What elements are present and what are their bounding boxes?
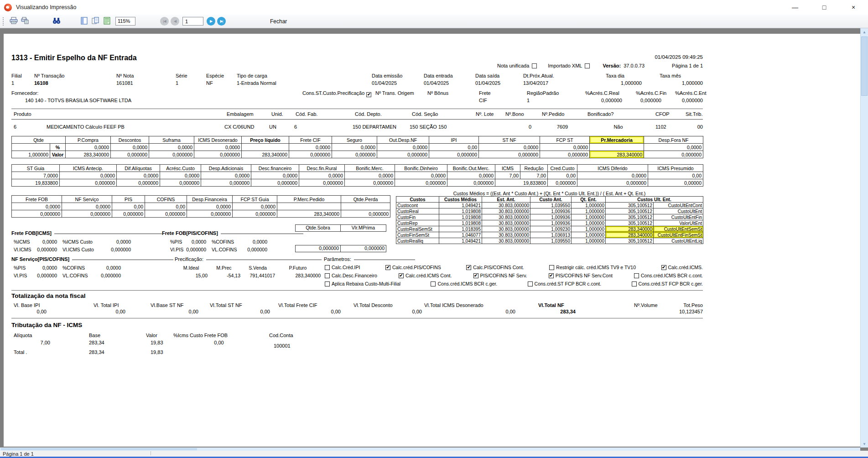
field-label: RegiãoPadrão bbox=[527, 90, 585, 96]
checkbox-label: Calc.Créd.IPI bbox=[332, 265, 360, 270]
column-header: NF Serviço bbox=[62, 196, 112, 203]
first-page-button[interactable]: |◀ bbox=[160, 17, 169, 26]
field-label: Série bbox=[176, 73, 206, 78]
table-cell: 0,0000 bbox=[117, 172, 160, 179]
table-cell bbox=[277, 203, 341, 210]
table-cell bbox=[341, 203, 390, 210]
minimize-button[interactable]: — bbox=[780, 0, 810, 15]
close-preview-button[interactable]: Fechar bbox=[270, 18, 287, 25]
field-label: Vl.PIS bbox=[162, 247, 186, 252]
report-content: 1313 - Emitir Espelho da NF Entrada 01/0… bbox=[11, 34, 703, 447]
checkbox-label: Cons.créd.ICMS BCR c.cont. bbox=[641, 273, 703, 278]
supplier-value: 140 140 - TOTVS BRASILIA SOFTWARE LTDA bbox=[11, 98, 294, 103]
importado-xml-checkbox bbox=[585, 63, 590, 68]
table-cell: 1,009230 bbox=[530, 226, 572, 232]
page-number-input[interactable] bbox=[182, 17, 203, 26]
single-page-view-button[interactable] bbox=[78, 16, 90, 27]
field-value: 0,00 bbox=[422, 309, 536, 314]
field-label: %COFINS bbox=[57, 265, 93, 271]
field-value: CIF bbox=[479, 98, 527, 103]
table-cell: 0,000000 bbox=[540, 151, 590, 158]
field: Vl.Total Desconto0,00 bbox=[351, 302, 422, 314]
checkbox-icon bbox=[325, 281, 330, 286]
field-value: 15,00 bbox=[175, 273, 208, 278]
next-page-button[interactable]: ▶ bbox=[207, 17, 215, 26]
column-header: Out.Desp.NF bbox=[377, 136, 429, 144]
column-header: Redução bbox=[520, 165, 548, 172]
zoom-select[interactable]: 115% bbox=[115, 17, 135, 26]
column-header: Acrésc.Custo bbox=[160, 165, 201, 172]
tax-values-row: 7,00 283,34 19,83 0,00 100001 bbox=[11, 340, 331, 349]
field-label: Vl.Base ST NF bbox=[148, 302, 208, 308]
parametros-section: Parâmetros: bbox=[324, 256, 415, 262]
column-header: Pr.Mercadoria bbox=[590, 136, 644, 144]
field-value: 0,00 bbox=[351, 309, 422, 314]
scroll-up-icon[interactable]: ▲ bbox=[861, 28, 868, 36]
horizontal-scrollbar[interactable] bbox=[0, 448, 860, 451]
field-label: Nº Bônus bbox=[427, 90, 479, 96]
table-cell: 1,009936 bbox=[530, 214, 572, 220]
field: Vl.Total ICMS Desonerado0,00 bbox=[422, 302, 536, 314]
maximize-button[interactable]: □ bbox=[810, 0, 839, 15]
divider-line bbox=[11, 318, 703, 318]
text-view-icon bbox=[104, 17, 110, 26]
table-cell: 30.803,000000 bbox=[482, 208, 530, 214]
table-cell: 1,009936 bbox=[530, 220, 572, 226]
parameter-checkbox-item: ✔Calc.créd.PIS/COFINS bbox=[385, 265, 441, 270]
last-page-button[interactable]: ▶| bbox=[217, 17, 226, 26]
table-cell: CustoFinSemSt bbox=[396, 232, 439, 238]
field-value: 7,00 bbox=[11, 340, 87, 349]
scroll-down-icon[interactable]: ▼ bbox=[861, 440, 868, 448]
product-cell: 0 bbox=[503, 124, 540, 130]
field-label: %PIS bbox=[11, 265, 35, 271]
table-cell: 1,049421 bbox=[439, 203, 482, 208]
nf-servico-section: NF Serviço[PIS/COFINS] bbox=[11, 256, 173, 262]
table-cell: 305,100512 bbox=[606, 220, 654, 226]
product-cell: 7609 bbox=[540, 124, 585, 130]
close-button[interactable]: × bbox=[839, 0, 868, 15]
statusbar: Página 1 de 1 bbox=[0, 451, 868, 458]
column-header: Cód. Seção bbox=[410, 111, 473, 119]
table-cell: CustoRealliq bbox=[396, 238, 439, 244]
field-value: 1,000000 bbox=[642, 80, 703, 86]
print-button[interactable] bbox=[8, 16, 19, 27]
previous-page-button[interactable]: ◀ bbox=[171, 17, 179, 26]
frete-fob-icms-section: Frete FOB[ICMS] bbox=[11, 230, 162, 236]
checkbox-label: Restrigir cálc. créd.ICMS TV9 e TV10 bbox=[556, 265, 636, 270]
column-header: P.Merc.Pedido bbox=[277, 196, 341, 203]
costs-table: CustosCustos MédiosEst. Ant.Custo Ant.Qt… bbox=[396, 196, 703, 244]
vertical-scrollbar[interactable]: ▲ ▼ bbox=[860, 28, 868, 448]
data-grid: Frete FOBNF ServiçoPISCOFINSDesp.Finance… bbox=[11, 195, 390, 218]
text-view-button[interactable] bbox=[101, 16, 113, 27]
table-cell: 305,100512 bbox=[606, 203, 654, 208]
parameter-checkbox-item: Restrigir cálc. créd.ICMS TV9 e TV10 bbox=[549, 265, 636, 270]
column-header: Suframa bbox=[149, 136, 194, 144]
table-cell: Custocont bbox=[396, 203, 439, 208]
table-cell: 283,340000 bbox=[606, 232, 654, 238]
horizontal-scroll-thumb[interactable] bbox=[1, 448, 197, 450]
column-header: Nº.Bono bbox=[503, 111, 540, 119]
toolbar: 115% |◀ ◀ ▶ ▶| Fechar bbox=[0, 15, 868, 28]
column-header: Descontos bbox=[111, 136, 149, 144]
multi-page-view-button[interactable] bbox=[90, 16, 101, 27]
column-header: Frete FOB bbox=[12, 196, 62, 203]
find-button[interactable] bbox=[51, 16, 62, 27]
vertical-scroll-thumb[interactable] bbox=[861, 36, 868, 96]
product-cell: 6 bbox=[293, 124, 353, 130]
table-cell: 0,0000 bbox=[62, 203, 112, 210]
table-cell: 0,000000 bbox=[112, 210, 145, 218]
print-setup-button[interactable] bbox=[19, 16, 31, 27]
checkbox-label: Aplica Rebaixa Custo-Multi-Filial bbox=[332, 281, 400, 286]
field-value: 283,340000 bbox=[275, 273, 321, 278]
field-value: 16108 bbox=[34, 80, 116, 86]
field-label: M.Prec bbox=[208, 265, 240, 271]
field-label: Vl.Total NF bbox=[536, 302, 632, 308]
field-value: 0,000000 bbox=[35, 247, 57, 252]
field-label: Data emissão bbox=[372, 73, 424, 78]
divider-line bbox=[11, 290, 703, 291]
cons-st-label-text: Cons.ST.Custo.Precificação bbox=[302, 90, 364, 96]
table-cell: 0,0000 bbox=[149, 144, 194, 151]
field-label: Vl.PIS bbox=[11, 273, 35, 278]
column-header: Desp.Fora NF bbox=[644, 136, 703, 144]
field-value: NF bbox=[206, 80, 237, 86]
